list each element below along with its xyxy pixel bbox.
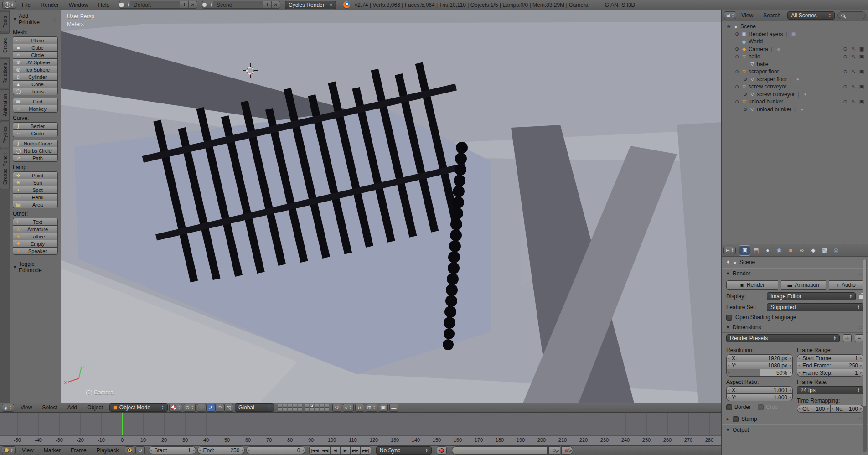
- menu-help[interactable]: Help: [93, 0, 114, 10]
- add-bezier-button[interactable]: ʃBezier: [13, 122, 58, 130]
- 3dview-menu-object[interactable]: Object: [82, 403, 108, 412]
- current-frame-field[interactable]: 0: [246, 446, 305, 454]
- osl-checkbox[interactable]: [726, 315, 732, 321]
- visibility-eye-icon[interactable]: ⊙: [841, 46, 849, 52]
- add-spot-button[interactable]: ◗Spot: [13, 186, 58, 194]
- delete-layout-button[interactable]: ✕: [188, 1, 197, 8]
- play-button[interactable]: ▶: [340, 446, 351, 455]
- remap-old-field[interactable]: Ol: 100: [797, 405, 831, 413]
- expand-icon[interactable]: ⊕: [734, 31, 740, 36]
- delete-keyframe-button[interactable]: [561, 446, 573, 455]
- display-dropdown[interactable]: Image Editor: [767, 292, 856, 300]
- outliner-row-scraper-floor[interactable]: ⊕▽scraper floor|●: [722, 76, 868, 83]
- outliner-scope-dropdown[interactable]: All Scenes: [787, 11, 835, 20]
- frame-step-field[interactable]: Frame Step: 1: [797, 369, 863, 377]
- add-primitive-panel-header[interactable]: ▼ Add Primitive ::::: [13, 13, 58, 26]
- editor-type-timeline-button[interactable]: [2, 446, 16, 454]
- border-checkbox[interactable]: [726, 404, 732, 410]
- frame-rate-dropdown[interactable]: 24 fps: [797, 386, 863, 394]
- timeline-menu-playback[interactable]: Playback: [92, 446, 124, 455]
- add-hemi-button[interactable]: ◠Hemi: [13, 193, 58, 201]
- rotate-manipulator-button[interactable]: ◠: [215, 404, 224, 412]
- add-circle-button[interactable]: ○Circle: [13, 129, 58, 137]
- keying-set-field[interactable]: [452, 446, 548, 455]
- animation-button[interactable]: ▬Animation: [781, 280, 826, 290]
- shelf-tab-animation[interactable]: Animation: [0, 89, 10, 121]
- outliner-row-unload-bunker[interactable]: ⊖▽unload bunker⊙↖▣: [722, 98, 868, 106]
- pivot-point-dropdown[interactable]: ⊙: [184, 404, 196, 412]
- editor-type-outliner-button[interactable]: ⊟: [724, 11, 736, 19]
- manipulator-toggle-button[interactable]: ✛: [197, 404, 206, 412]
- auto-keyframe-record-button[interactable]: [437, 446, 447, 455]
- layer-cell[interactable]: [293, 404, 297, 408]
- selectability-cursor-icon[interactable]: ↖: [849, 54, 858, 60]
- physics-tab[interactable]: ◎: [831, 246, 841, 255]
- object-data-tab[interactable]: ◆: [808, 246, 818, 255]
- outliner-row-halle[interactable]: ▽halle: [722, 61, 868, 68]
- mode-dropdown[interactable]: Object Mode: [109, 403, 168, 412]
- scene-name[interactable]: Scene: [213, 2, 263, 8]
- aspect-x-field[interactable]: X: 1.000: [726, 386, 793, 394]
- shelf-tab-tools[interactable]: Tools: [0, 11, 10, 32]
- output-panel-header[interactable]: ▼ Output ::::: [722, 424, 868, 435]
- menu-file[interactable]: File: [17, 0, 36, 10]
- scene-icon[interactable]: [202, 1, 213, 8]
- render-tab[interactable]: ▣: [739, 246, 750, 255]
- scale-manipulator-button[interactable]: ◹: [224, 404, 233, 412]
- layer-cell[interactable]: [325, 404, 329, 408]
- visibility-eye-icon[interactable]: ⊙: [841, 54, 849, 60]
- timeline-menu-marker[interactable]: Marker: [39, 446, 66, 455]
- expand-icon[interactable]: ⊕: [742, 107, 749, 112]
- timeline-menu-view[interactable]: View: [17, 446, 39, 455]
- feature-set-dropdown[interactable]: Supported: [767, 303, 863, 311]
- layer-cell[interactable]: [305, 408, 309, 412]
- add-uv-sphere-button[interactable]: ⊕UV Sphere: [13, 58, 58, 66]
- add-circle-button[interactable]: ○Circle: [13, 51, 58, 59]
- layer-cell[interactable]: [298, 408, 302, 412]
- add-empty-button[interactable]: ✚Empty: [13, 240, 58, 248]
- world-tab[interactable]: ◉: [774, 246, 784, 255]
- outliner-row-scene[interactable]: ⊖●Scene: [722, 23, 868, 31]
- outliner-menu-search[interactable]: Search: [758, 10, 785, 21]
- render-presets-dropdown[interactable]: Render Presets: [726, 334, 840, 342]
- crop-checkbox[interactable]: [758, 404, 764, 410]
- layer-cell[interactable]: [305, 404, 309, 408]
- viewport-shading-dropdown[interactable]: [169, 404, 182, 412]
- render-engine-dropdown[interactable]: Cycles Render: [285, 1, 336, 9]
- outliner-row-halle[interactable]: ⊖▽halle⊙↖▣: [722, 53, 868, 61]
- collapse-icon[interactable]: ⊖: [734, 84, 740, 89]
- outliner-row-renderlayers[interactable]: ⊕▣RenderLayers|▣: [722, 31, 868, 38]
- add-scene-button[interactable]: ✛: [263, 1, 271, 8]
- layer-cell[interactable]: [288, 408, 292, 412]
- sync-dropdown[interactable]: No Sync: [376, 446, 432, 455]
- add-point-button[interactable]: ✛Point: [13, 171, 58, 179]
- shelf-tab-grease-pencil[interactable]: Grease Pencil: [0, 149, 10, 189]
- add-grid-button[interactable]: ▦Grid: [13, 98, 58, 105]
- add-armature-button[interactable]: ⋏Armature: [13, 225, 58, 233]
- layer-cell[interactable]: [320, 404, 324, 408]
- add-preset-button[interactable]: ✛: [843, 334, 852, 342]
- expand-icon[interactable]: ⊕: [742, 92, 749, 97]
- layer-cell[interactable]: [278, 408, 282, 412]
- outliner-row-screw-conveyor[interactable]: ⊕▽screw conveyor|●: [722, 91, 868, 98]
- shelf-tab-create[interactable]: Create: [0, 33, 10, 57]
- layer-cell[interactable]: [288, 404, 292, 408]
- expand-icon[interactable]: ⊕: [742, 77, 749, 82]
- selectability-cursor-icon[interactable]: ↖: [849, 84, 858, 90]
- shelf-tab-relations[interactable]: Relations: [0, 58, 10, 88]
- selectability-cursor-icon[interactable]: ↖: [849, 69, 858, 75]
- dimensions-panel-header[interactable]: ▼ Dimensions ::::: [722, 322, 868, 333]
- object-tab[interactable]: ■: [785, 246, 796, 255]
- render-panel-header[interactable]: ▼ Render ::::: [722, 268, 868, 279]
- add-nurbs-curve-button[interactable]: ∫Nurbs Curve: [13, 140, 58, 147]
- pin-icon[interactable]: ✦: [726, 259, 730, 265]
- layer-cell[interactable]: [310, 404, 314, 408]
- jump-prev-keyframe-button[interactable]: ◀◀: [320, 446, 331, 455]
- play-reverse-button[interactable]: ◀: [330, 446, 341, 455]
- shelf-tab-physics[interactable]: Physics: [0, 122, 10, 148]
- add-path-button[interactable]: ↗Path: [13, 154, 58, 162]
- transform-orientation-dropdown[interactable]: Global: [235, 403, 274, 412]
- insert-keyframe-button[interactable]: [548, 446, 560, 455]
- layout-name[interactable]: Default: [130, 2, 180, 8]
- renderability-camera-icon[interactable]: ▣: [858, 69, 866, 75]
